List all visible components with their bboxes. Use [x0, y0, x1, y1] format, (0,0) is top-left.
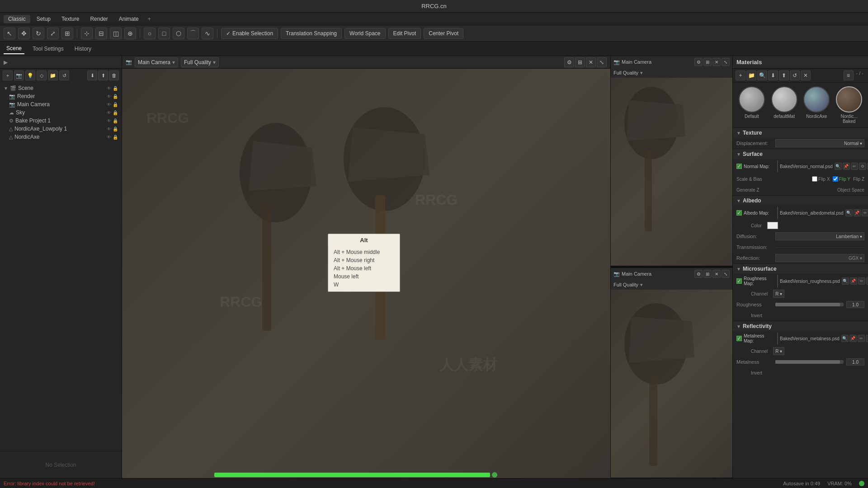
albedo-checkbox[interactable]: ✓	[736, 210, 742, 216]
circle-btn[interactable]: ○	[144, 28, 156, 39]
mat-section-albedo[interactable]: ▼ Albedo	[733, 195, 868, 206]
albedo-search-btn[interactable]: 🔍	[845, 209, 853, 216]
mat-reload-btn[interactable]: ↺	[790, 70, 800, 80]
albedo-edit-btn[interactable]: ✏	[862, 209, 868, 216]
translation-snapping-btn[interactable]: Translation Snapping	[281, 28, 342, 39]
transform-tool-btn[interactable]: ⊞	[61, 28, 73, 39]
albedo-map-thumb[interactable]	[777, 206, 778, 219]
add-shape-btn[interactable]: ◇	[37, 70, 47, 80]
mini-vp2-max-btn[interactable]: ⤡	[722, 270, 730, 278]
viewport-canvas[interactable]: RRCG RRCG RRCG 人人素材 Alt	[122, 69, 610, 478]
tab-history[interactable]: History	[72, 44, 94, 54]
enable-selection-btn[interactable]: ✓ Enable Selection	[221, 28, 278, 39]
viewport-maximize-btn[interactable]: ⊞	[575, 57, 585, 67]
world-space-btn[interactable]: World Space	[344, 28, 385, 39]
mini-vp-close-btn[interactable]: ✕	[712, 58, 721, 66]
context-item-1[interactable]: Alt + Mouse right	[334, 256, 394, 264]
viewport-expand-btn[interactable]: ⤡	[597, 57, 607, 67]
tree-nordic-lowpoly[interactable]: △ NordicAxe_Lowpoly 1 👁 🔒	[0, 125, 122, 133]
metalness-settings-btn[interactable]: ⚙	[866, 335, 868, 342]
normal-edit-btn[interactable]: ✏	[851, 163, 858, 170]
roughness-checkbox[interactable]: ✓	[736, 278, 742, 284]
roughness-channel-select[interactable]: R ▾	[773, 290, 784, 298]
mat-section-reflectivity[interactable]: ▼ Reflectivity	[733, 321, 868, 331]
mat-item-nordic-baked[interactable]: Nordic... Baked	[834, 86, 864, 124]
mini-vp2-close-btn[interactable]: ✕	[712, 270, 721, 278]
context-item-2[interactable]: Alt + Mouse left	[334, 264, 394, 272]
mat-folder-btn[interactable]: 📁	[746, 70, 756, 80]
mini-vp-expand-btn[interactable]: ⊞	[703, 58, 712, 66]
tree-nordic-axe[interactable]: △ NordicAxe 👁 🔒	[0, 133, 122, 141]
normal-map-thumb[interactable]	[777, 160, 778, 173]
tree-main-camera[interactable]: 📷 Main Camera 👁 🔒	[0, 100, 122, 108]
mini-vp-settings-btn[interactable]: ⚙	[694, 58, 703, 66]
rect-btn[interactable]: □	[158, 28, 170, 39]
mat-add-btn[interactable]: +	[736, 70, 745, 80]
curve-btn[interactable]: ∿	[202, 28, 213, 39]
menu-plus[interactable]: +	[145, 15, 154, 23]
roughness-slider[interactable]	[775, 303, 844, 306]
flip-x-checkbox[interactable]	[812, 176, 817, 182]
metalness-search-btn[interactable]: 🔍	[841, 335, 849, 342]
metalness-edit-btn[interactable]: ✏	[858, 335, 865, 342]
roughness-settings-btn[interactable]: ⚙	[866, 277, 868, 285]
menu-texture[interactable]: Texture	[57, 15, 84, 23]
displacement-select[interactable]: Normal ▾	[775, 139, 864, 147]
menu-classic[interactable]: Classic	[4, 15, 30, 23]
context-menu-popup[interactable]: Alt Alt + Mouse middle Alt + Mouse right…	[328, 234, 400, 292]
roughness-map-thumb[interactable]	[777, 275, 778, 287]
mat-list-btn[interactable]: ≡	[844, 70, 854, 80]
link-btn[interactable]: ⊕	[124, 28, 136, 39]
mat-section-microsurface[interactable]: ▼ Microsurface	[733, 263, 868, 274]
mat-import-btn[interactable]: ⬇	[768, 70, 778, 80]
mat-item-defaultmat[interactable]: defaultMat	[769, 86, 800, 124]
snap-btn[interactable]: ⊹	[81, 28, 93, 39]
tree-sky[interactable]: ☁ Sky 👁 🔒	[0, 108, 122, 117]
tab-tool-settings[interactable]: Tool Settings	[30, 44, 66, 54]
tree-render[interactable]: 📷 Render 👁 🔒	[0, 92, 122, 100]
poly-btn[interactable]: ⬡	[173, 28, 184, 39]
group-btn[interactable]: ◫	[110, 28, 122, 39]
albedo-pin-btn[interactable]: 📌	[854, 209, 861, 216]
mat-section-surface[interactable]: ▼ Surface	[733, 149, 868, 159]
context-item-4[interactable]: W	[334, 281, 394, 289]
roughness-pin-btn[interactable]: 📌	[850, 277, 857, 285]
normal-settings-btn[interactable]: ⚙	[859, 163, 866, 170]
scale-tool-btn[interactable]: ⤢	[47, 28, 59, 39]
mat-item-nordicaxe[interactable]: NordicAxe	[802, 86, 832, 124]
move-tool-btn[interactable]: ✥	[18, 28, 30, 39]
align-btn[interactable]: ⊟	[95, 28, 107, 39]
menu-setup[interactable]: Setup	[32, 15, 55, 23]
menu-animate[interactable]: Animate	[114, 15, 143, 23]
diffusion-select[interactable]: Lambertian ▾	[775, 232, 864, 240]
viewport-close-btn[interactable]: ✕	[586, 57, 596, 67]
color-swatch[interactable]	[767, 222, 778, 229]
quality-select[interactable]: Full Quality ▾	[181, 57, 219, 67]
metalness-pin-btn[interactable]: 📌	[849, 335, 857, 342]
mini-viewport-canvas-top[interactable]	[611, 78, 732, 266]
normal-search-btn[interactable]: 🔍	[835, 163, 842, 170]
tree-bake[interactable]: ⚙ Bake Project 1 👁 🔒	[0, 117, 122, 125]
flip-y-checkbox[interactable]	[833, 176, 838, 182]
mat-export-btn[interactable]: ⬆	[779, 70, 789, 80]
add-camera-btn[interactable]: 📷	[14, 70, 24, 80]
center-pivot-btn[interactable]: Center Pivot	[424, 28, 463, 39]
scene-import-btn[interactable]: ⬇	[87, 70, 97, 80]
roughness-search-btn[interactable]: 🔍	[842, 277, 849, 285]
mini-vp-max-btn[interactable]: ⤡	[722, 58, 730, 66]
metalness-checkbox[interactable]: ✓	[736, 336, 742, 341]
metalness-value[interactable]: 1.0	[846, 358, 864, 366]
normal-pin-btn[interactable]: 📌	[843, 163, 850, 170]
edit-pivot-btn[interactable]: Edit Pivot	[388, 28, 421, 39]
context-item-0[interactable]: Alt + Mouse middle	[334, 248, 394, 256]
folder-btn[interactable]: 📁	[48, 70, 58, 80]
add-light-btn[interactable]: 💡	[25, 70, 35, 80]
rotate-tool-btn[interactable]: ↻	[33, 28, 44, 39]
metalness-channel-select[interactable]: R ▾	[773, 347, 784, 355]
metalness-slider[interactable]	[775, 360, 844, 364]
mini-viewport-canvas-bottom[interactable]	[611, 290, 732, 478]
mat-delete-btn[interactable]: ✕	[801, 70, 811, 80]
select-tool-btn[interactable]: ↖	[4, 28, 15, 39]
viewport-settings-btn[interactable]: ⚙	[564, 57, 574, 67]
scene-delete-btn[interactable]: 🗑	[109, 70, 119, 80]
